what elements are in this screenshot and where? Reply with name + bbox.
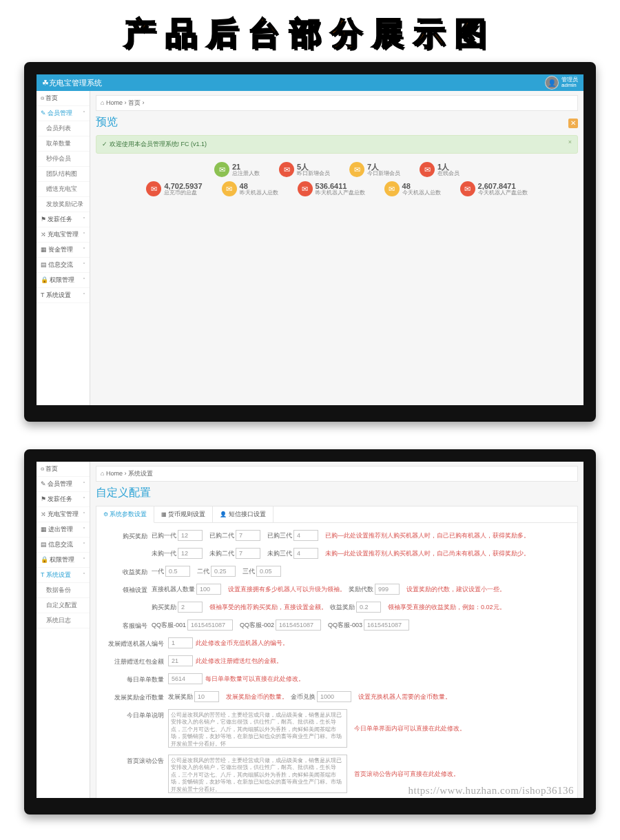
page-banner: 产品后台部分展示图 [0, 0, 620, 62]
sidebar-sub-backup[interactable]: 数据备份 [37, 583, 90, 598]
row-service: 客服编号 QQ客服-001 QQ客服-002 QQ客服-003 [106, 619, 568, 631]
sidebar-item-inout[interactable]: ▦进出管理˅ [37, 522, 90, 537]
stat-icon: ✉ [349, 162, 364, 177]
input-daily-qty[interactable] [168, 673, 203, 684]
tab-params[interactable]: ⚙ 系统参数设置 [96, 506, 154, 523]
close-button[interactable]: ✕ [568, 119, 578, 128]
stat-label: 今天机器人产盘总数 [478, 190, 528, 196]
sidebar-sub-5[interactable]: 发放奖励记录 [37, 197, 90, 212]
input-unbought-3[interactable] [293, 548, 318, 559]
stat-card: ✉7人今日新增会员 [349, 162, 400, 177]
stat-icon: ✉ [214, 162, 229, 177]
row-daily-note: 今日单单说明 今日单单界面内容可以直接在此处修改。 [106, 709, 568, 748]
chevron-down-icon: ˅ [83, 277, 85, 283]
sidebar-item-sys[interactable]: T系统设置˅ [37, 568, 90, 583]
sidebar-item-sys[interactable]: T系统设置˅ [37, 288, 90, 303]
stats-panel: ✉21总注册人数✉5人昨日新增会员✉7人今日新增会员✉1人在线会员 ✉4,702… [96, 161, 578, 198]
stat-label: 总注册人数 [232, 171, 260, 177]
sidebar-item-perm[interactable]: 🔒权限管理˅ [37, 273, 90, 288]
random-icon: ⤭ [41, 231, 46, 238]
input-dev-reward[interactable] [194, 691, 219, 702]
row-leader-1: 领袖设置 直接机器人数量 设置直接拥有多少机器人可以升级为领袖。 奖励代数 设置… [106, 584, 568, 595]
main-content: ⌂ Home › 系统设置 自定义配置 ⚙ 系统参数设置 ▦ 货币规则设置 👤 … [90, 462, 583, 798]
random-icon: ⤭ [41, 511, 46, 518]
sidebar-sub-0[interactable]: 会员列表 [37, 121, 90, 136]
stat-label: 在线会员 [437, 171, 459, 177]
textarea-daily-note[interactable] [168, 709, 347, 748]
stat-label: 昨天机器人总数 [240, 190, 278, 196]
row-reg-red: 注册赠送红包金额 此处修改注册赠送红包的金额。 [106, 655, 568, 666]
sidebar-item-home[interactable]: ⌾首页 [37, 462, 90, 477]
input-qq-2[interactable] [276, 619, 321, 631]
home-icon: ⌂ [101, 470, 104, 477]
stat-icon: ✉ [146, 181, 161, 196]
page-title: 预览 [96, 115, 578, 130]
input-leader-inc[interactable] [356, 602, 381, 613]
sidebar-item-task[interactable]: ⚑发薪任务˅ [37, 212, 90, 227]
textarea-home-notice[interactable] [168, 755, 347, 793]
lock-icon: 🔒 [41, 276, 48, 283]
sidebar-sub-3[interactable]: 团队结构图 [37, 167, 90, 182]
chevron-down-icon: ˅ [83, 557, 85, 563]
grid-icon: ▦ [161, 511, 168, 518]
news-icon: ▤ [41, 541, 47, 548]
sidebar-item-task[interactable]: ⚑发薪任务˅ [37, 492, 90, 507]
sidebar-item-home[interactable]: ⌾首页 [37, 91, 90, 106]
sidebar-item-charger[interactable]: ⤭充电宝管理˅ [37, 227, 90, 243]
edit-icon: ✎ [41, 110, 46, 116]
sidebar-sub-log[interactable]: 系统日志 [37, 613, 90, 628]
input-inc-1[interactable] [165, 566, 190, 577]
calendar-icon: ▦ [41, 246, 47, 253]
sidebar-item-funds[interactable]: ▦资金管理˅ [37, 243, 90, 258]
sidebar-item-chat[interactable]: ▤信息交流˅ [37, 537, 90, 553]
text-icon: T [41, 571, 45, 578]
leaf-icon: ☘ [42, 79, 49, 88]
sidebar-item-chat[interactable]: ▤信息交流˅ [37, 258, 90, 273]
stat-card: ✉48昨天机器人总数 [222, 181, 278, 196]
tab-currency[interactable]: ▦ 货币规则设置 [154, 506, 213, 522]
input-qq-3[interactable] [364, 619, 409, 631]
sidebar-sub-config[interactable]: 自定义配置 [37, 598, 90, 613]
stat-card: ✉48今天机器人总数 [384, 181, 441, 196]
sidebar-item-charger[interactable]: ⤭充电宝管理˅ [37, 507, 90, 522]
alert-close-icon[interactable]: × [568, 139, 572, 145]
stat-card: ✉536.6411昨天机器人产盘总数 [298, 181, 365, 196]
sidebar-item-member[interactable]: ✎会员管理˅ [37, 106, 90, 121]
user-menu[interactable]: 👤 管理员admin [545, 76, 578, 90]
input-qq-1[interactable] [187, 619, 233, 631]
chevron-down-icon: ˅ [83, 232, 85, 238]
input-leader-buy[interactable] [178, 602, 203, 613]
stat-value: 48 [240, 182, 278, 190]
main-content: ⌂ Home › 首页 › 预览 ✕ ✓ 欢迎使用本会员管理系统! FC (v1… [90, 91, 583, 405]
input-gift-robot[interactable] [168, 637, 193, 648]
stat-card: ✉21总注册人数 [214, 162, 260, 177]
stat-card: ✉4,702.5937总充币的总盘 [146, 181, 202, 196]
input-unbought-1[interactable] [178, 548, 203, 559]
input-bought-2[interactable] [236, 530, 260, 541]
row-dev-coin: 发展奖励金币数量 发展奖励 发展奖励金币的数量。 金币兑换 设置充换机器人需要的… [106, 691, 568, 702]
sidebar-item-perm[interactable]: 🔒权限管理˅ [37, 553, 90, 568]
row-buy-bonus-1: 购买奖励 已购一代 已购二代 已购三代 已购—此处设置推荐别人购买机器人时，自己… [106, 530, 568, 541]
flag-icon: ⚑ [41, 216, 46, 223]
input-inc-3[interactable] [256, 566, 281, 577]
breadcrumb: ⌂ Home › 首页 › [96, 95, 578, 111]
input-bought-1[interactable] [178, 530, 203, 541]
sidebar-sub-4[interactable]: 赠送充电宝 [37, 182, 90, 197]
sidebar-sub-1[interactable]: 取单数量 [37, 136, 90, 152]
sidebar-sub-2[interactable]: 秒停会员 [37, 152, 90, 167]
input-unbought-2[interactable] [236, 548, 260, 559]
input-reg-red[interactable] [168, 655, 193, 666]
sidebar-item-member[interactable]: ✎会员管理˅ [37, 477, 90, 492]
input-inc-2[interactable] [211, 566, 236, 577]
edit-icon: ✎ [41, 480, 46, 487]
flag-icon: ⚑ [41, 495, 46, 502]
gauge-icon: ⌾ [41, 94, 44, 101]
check-icon: ✓ [102, 141, 107, 147]
chevron-down-icon: ˅ [83, 526, 85, 533]
stat-card: ✉1人在线会员 [420, 162, 459, 177]
input-coin-exchange[interactable] [317, 691, 351, 702]
input-bought-3[interactable] [293, 530, 318, 541]
input-leader-gen[interactable] [375, 584, 400, 595]
tab-sms[interactable]: 👤 短信接口设置 [213, 506, 273, 522]
input-leader-count[interactable] [196, 584, 221, 595]
